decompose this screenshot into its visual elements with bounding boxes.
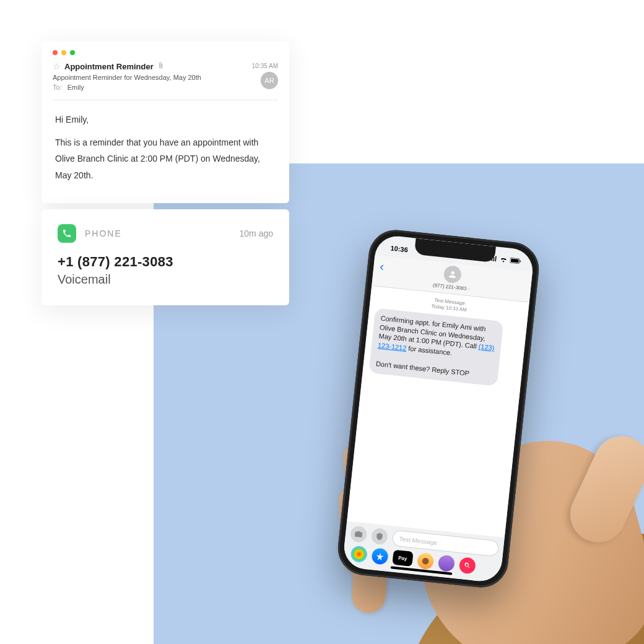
to-recipient: Emily <box>67 84 84 91</box>
phone-app-icon <box>58 224 76 243</box>
notification-time: 10m ago <box>240 228 273 238</box>
contact-avatar[interactable] <box>443 265 462 284</box>
sender-avatar: AR <box>261 72 278 89</box>
email-sender: Appointment Reminder <box>64 62 154 71</box>
chevron-right-icon: › <box>468 286 470 292</box>
camera-button[interactable] <box>350 525 368 543</box>
email-body-text: This is a reminder that you have an appo… <box>55 134 276 184</box>
wifi-icon <box>499 256 508 264</box>
animoji-icon[interactable] <box>417 552 435 570</box>
svg-point-7 <box>422 557 429 565</box>
email-to-line: To: Emily <box>53 84 246 91</box>
contact-number: (877) 221-3083 <box>433 282 467 292</box>
window-controls <box>53 50 278 55</box>
bubble-text-3: Don't want these? Reply STOP <box>375 360 469 377</box>
email-subject: Appointment Reminder for Wednesday, May … <box>53 74 246 81</box>
photos-app-icon[interactable] <box>350 546 368 564</box>
notification-app-name: PHONE <box>85 228 231 238</box>
memoji-icon[interactable] <box>438 554 456 572</box>
battery-icon <box>510 257 521 265</box>
input-placeholder: Text Message <box>399 535 438 546</box>
notification-phone-number: +1 (877) 221-3083 <box>58 254 273 270</box>
apple-pay-label: Pay <box>398 555 407 561</box>
minimize-window-button[interactable] <box>61 50 66 55</box>
apple-pay-icon[interactable]: Pay <box>392 550 413 567</box>
app-store-button[interactable] <box>371 528 389 546</box>
phone-notification-card[interactable]: PHONE 10m ago +1 (877) 221-3083 Voicemai… <box>41 209 289 305</box>
star-icon[interactable]: ☆ <box>53 61 61 71</box>
email-card: ☆ Appointment Reminder Appointment Remin… <box>41 41 289 203</box>
email-greeting: Hi Emily, <box>55 111 276 128</box>
appstore-app-icon[interactable] <box>371 547 389 565</box>
status-time: 10:36 <box>390 245 408 254</box>
notification-subtitle: Voicemail <box>58 272 273 287</box>
svg-rect-3 <box>495 256 496 261</box>
hand-holding-phone: 10:36 ‹ <box>272 223 644 644</box>
attachment-icon[interactable] <box>157 62 164 71</box>
maximize-window-button[interactable] <box>70 50 75 55</box>
messages-thread[interactable]: Text Message Today 10:33 AM Confirming a… <box>347 286 529 538</box>
phone-screen: 10:36 ‹ <box>342 234 534 583</box>
email-body: Hi Emily, This is a reminder that you ha… <box>53 111 278 183</box>
divider <box>53 100 278 100</box>
to-label: To: <box>53 84 62 91</box>
svg-rect-5 <box>511 258 519 263</box>
email-timestamp: 10:35 AM <box>252 63 278 69</box>
search-app-icon[interactable] <box>458 557 476 575</box>
email-header: ☆ Appointment Reminder Appointment Remin… <box>53 61 278 91</box>
phone-device: 10:36 ‹ <box>335 227 541 590</box>
close-window-button[interactable] <box>53 50 58 55</box>
svg-rect-6 <box>520 260 521 262</box>
message-bubble[interactable]: Confirming appt. for Emily Ami with Oliv… <box>368 308 503 386</box>
